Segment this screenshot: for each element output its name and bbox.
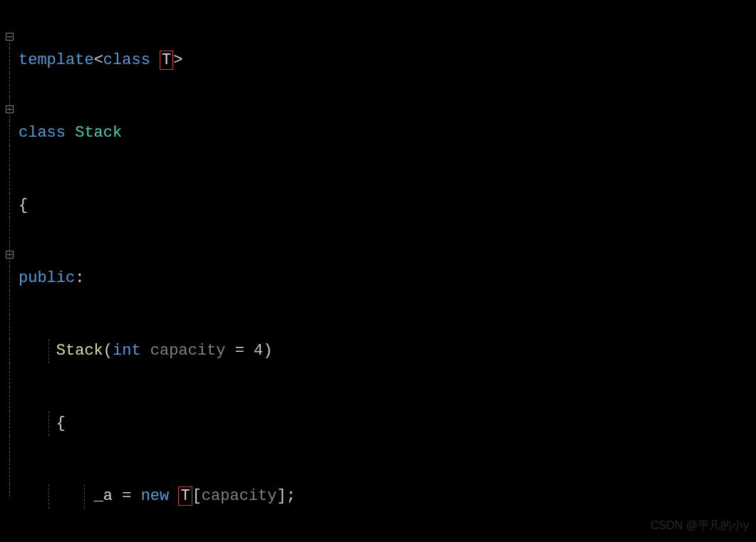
code-line: { — [19, 412, 296, 436]
code-editor: template<class T> class Stack { public: … — [0, 0, 756, 542]
keyword-class: class — [103, 51, 150, 69]
template-param: T — [162, 51, 171, 69]
class-name: Stack — [75, 124, 122, 142]
watermark: CSDN @平凡的小y — [651, 514, 749, 538]
param-capacity: capacity — [150, 342, 226, 360]
code-line: Stack(int capacity = 4) — [19, 339, 296, 363]
code-line: class Stack — [19, 121, 296, 145]
keyword-new: new — [141, 487, 170, 505]
member-a: _a — [94, 487, 113, 505]
keyword-public: public — [19, 269, 75, 287]
code-line: { — [19, 194, 296, 218]
constructor-name: Stack — [56, 342, 103, 360]
type-t: T — [180, 487, 190, 505]
keyword-int: int — [113, 342, 141, 360]
keyword-class: class — [19, 124, 66, 142]
keyword-template: template — [19, 51, 94, 69]
literal-number: 4 — [254, 342, 263, 360]
code-area[interactable]: template<class T> class Stack { public: … — [19, 0, 296, 542]
code-line: _a = new T[capacity]; — [19, 484, 296, 509]
code-line: public: — [19, 266, 296, 291]
fold-gutter — [0, 0, 19, 542]
code-line: template<class T> — [19, 48, 296, 73]
